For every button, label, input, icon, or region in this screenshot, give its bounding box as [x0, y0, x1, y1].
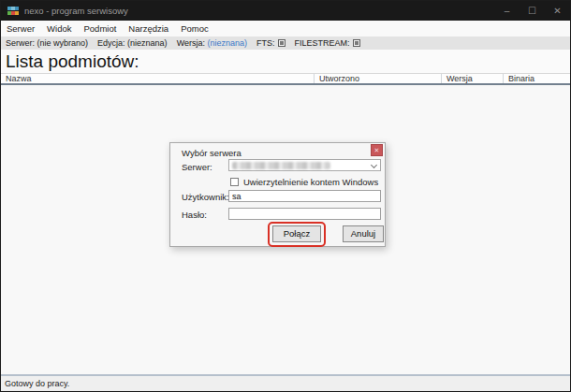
edition-status: Edycja: (nieznana): [97, 38, 168, 48]
fts-status: FTS:: [256, 38, 286, 48]
title-bar: nexo - program serwisowy – ☐ ✕: [1, 1, 570, 21]
entity-table-header: Nazwa Utworzono Wersja Binaria: [1, 73, 570, 85]
windows-auth-checkbox[interactable]: [230, 178, 239, 186]
maximize-icon[interactable]: ☐: [520, 1, 545, 21]
username-field-label: Użytkownik:: [182, 192, 229, 202]
dialog-title: Wybór serwera: [182, 148, 242, 158]
fts-indicator-icon: [278, 39, 286, 47]
server-field-label: Serwer:: [182, 162, 212, 172]
server-status: Serwer: (nie wybrano): [6, 38, 88, 48]
filestream-status: FILESTREAM:: [295, 38, 360, 48]
column-header-nazwa[interactable]: Nazwa: [1, 74, 315, 83]
close-icon[interactable]: ✕: [545, 1, 570, 21]
version-status: Wersja: (nieznana): [177, 38, 247, 48]
connect-button[interactable]: Połącz: [272, 225, 321, 242]
heading-area: Lista podmiotów:: [1, 50, 570, 73]
menu-bar: Serwer Widok Podmiot Narzędzia Pomoc: [1, 21, 570, 36]
column-header-binaria[interactable]: Binaria: [504, 74, 570, 83]
window-title: nexo - program serwisowy: [24, 6, 128, 16]
status-bar: Gotowy do pracy.: [1, 374, 570, 391]
menu-widok[interactable]: Widok: [47, 23, 71, 34]
windows-auth-label: Uwierzytelnienie kontem Windows: [243, 177, 378, 187]
menu-serwer[interactable]: Serwer: [7, 23, 35, 34]
server-combobox[interactable]: [228, 159, 381, 171]
app-logo-icon: [7, 7, 19, 15]
chevron-down-icon: [371, 162, 377, 168]
column-header-wersja[interactable]: Wersja: [442, 74, 504, 83]
window-controls: – ☐ ✕: [494, 1, 570, 21]
column-header-utworzono[interactable]: Utworzono: [315, 74, 442, 83]
status-text: Gotowy do pracy.: [5, 379, 69, 388]
app-window: nexo - program serwisowy – ☐ ✕ Serwer Wi…: [0, 0, 571, 392]
info-strip: Serwer: (nie wybrano) Edycja: (nieznana)…: [1, 36, 570, 50]
cancel-button[interactable]: Anuluj: [343, 225, 384, 242]
menu-podmiot[interactable]: Podmiot: [84, 23, 117, 34]
server-selection-dialog: Wybór serwera ✕ Serwer: Uwierzytelnienie…: [169, 142, 386, 247]
server-value-redacted: [232, 162, 330, 169]
password-input[interactable]: [228, 208, 381, 220]
version-value: (nieznana): [207, 38, 247, 48]
page-title: Lista podmiotów:: [1, 50, 570, 72]
password-field-label: Hasło:: [182, 210, 207, 220]
menu-pomoc[interactable]: Pomoc: [181, 23, 209, 34]
windows-auth-checkbox-row[interactable]: Uwierzytelnienie kontem Windows: [230, 177, 378, 187]
username-input[interactable]: [228, 190, 381, 202]
menu-narzedzia[interactable]: Narzędzia: [128, 23, 168, 34]
dialog-close-icon[interactable]: ✕: [371, 144, 383, 156]
filestream-indicator-icon: [353, 39, 360, 47]
minimize-icon[interactable]: –: [494, 1, 520, 21]
